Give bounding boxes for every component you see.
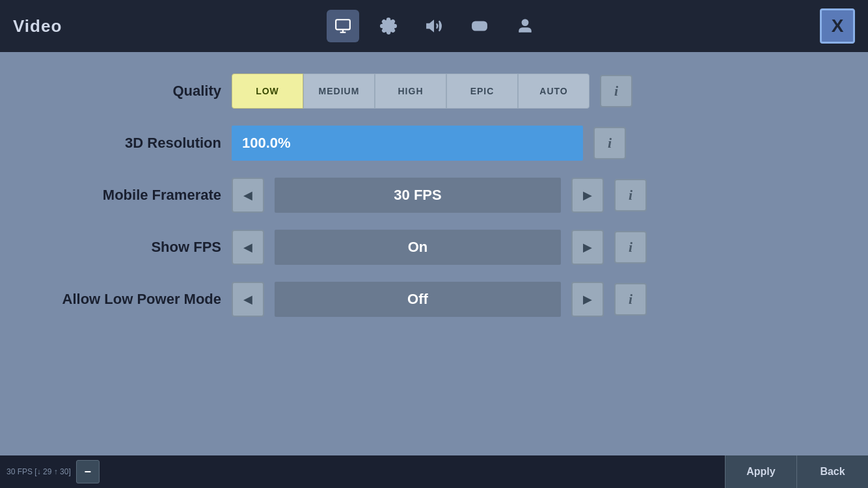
svg-point-9: [483, 26, 484, 27]
nav-bar: [327, 10, 541, 42]
svg-rect-0: [336, 20, 350, 29]
quality-btn-epic[interactable]: EPIC: [446, 74, 518, 109]
quality-btn-medium[interactable]: MEDIUM: [303, 74, 375, 109]
framerate-value: 30 FPS: [275, 178, 561, 213]
resolution-value: 100.0%: [242, 135, 291, 152]
show-fps-info-button[interactable]: i: [614, 231, 647, 264]
framerate-left-button[interactable]: ◀: [232, 178, 264, 213]
minimize-button[interactable]: −: [76, 460, 100, 483]
resolution-info-button[interactable]: i: [593, 127, 626, 159]
nav-settings-icon[interactable]: [372, 10, 405, 42]
header: Video: [0, 0, 868, 52]
resolution-label: 3D Resolution: [39, 135, 221, 152]
show-fps-right-button[interactable]: ▶: [571, 230, 604, 265]
quality-info-button[interactable]: i: [600, 75, 632, 107]
low-power-right-button[interactable]: ▶: [571, 282, 604, 317]
apply-button[interactable]: Apply: [725, 455, 796, 488]
back-button[interactable]: Back: [796, 455, 868, 488]
page-title: Video: [13, 16, 62, 36]
framerate-right-button[interactable]: ▶: [571, 178, 604, 213]
low-power-left-button[interactable]: ◀: [232, 282, 264, 317]
framerate-info-button[interactable]: i: [614, 179, 647, 211]
low-power-value: Off: [275, 282, 561, 317]
show-fps-setting-row: Show FPS ◀ On ▶ i: [39, 228, 829, 267]
quality-btn-low[interactable]: LOW: [232, 74, 303, 109]
framerate-label: Mobile Framerate: [39, 187, 221, 204]
footer: 30 FPS [↓ 29 ↑ 30] − Apply Back: [0, 455, 868, 488]
quality-btn-auto[interactable]: AUTO: [518, 74, 590, 109]
quality-options: LOW MEDIUM HIGH EPIC AUTO: [232, 74, 590, 109]
svg-marker-4: [427, 21, 433, 31]
settings-panel: Quality LOW MEDIUM HIGH EPIC AUTO i 3D R…: [0, 52, 868, 455]
nav-monitor-icon[interactable]: [327, 10, 359, 42]
framerate-setting-row: Mobile Framerate ◀ 30 FPS ▶ i: [39, 176, 829, 215]
footer-buttons: Apply Back: [725, 455, 868, 488]
show-fps-value: On: [275, 230, 561, 265]
close-button[interactable]: X: [820, 8, 855, 44]
low-power-info-button[interactable]: i: [614, 283, 647, 316]
nav-user-icon[interactable]: [509, 10, 541, 42]
quality-btn-high[interactable]: HIGH: [375, 74, 446, 109]
svg-point-10: [522, 20, 528, 25]
nav-audio-icon[interactable]: [418, 10, 450, 42]
show-fps-left-button[interactable]: ◀: [232, 230, 264, 265]
quality-setting-row: Quality LOW MEDIUM HIGH EPIC AUTO i: [39, 72, 829, 111]
quality-label: Quality: [39, 83, 221, 100]
nav-gamepad-icon[interactable]: [463, 10, 496, 42]
show-fps-label: Show FPS: [39, 239, 221, 256]
low-power-label: Allow Low Power Mode: [39, 291, 221, 308]
resolution-slider[interactable]: 100.0%: [232, 126, 583, 161]
resolution-setting-row: 3D Resolution 100.0% i: [39, 124, 829, 163]
low-power-setting-row: Allow Low Power Mode ◀ Off ▶ i: [39, 280, 829, 319]
fps-indicator: 30 FPS [↓ 29 ↑ 30]: [7, 467, 71, 476]
